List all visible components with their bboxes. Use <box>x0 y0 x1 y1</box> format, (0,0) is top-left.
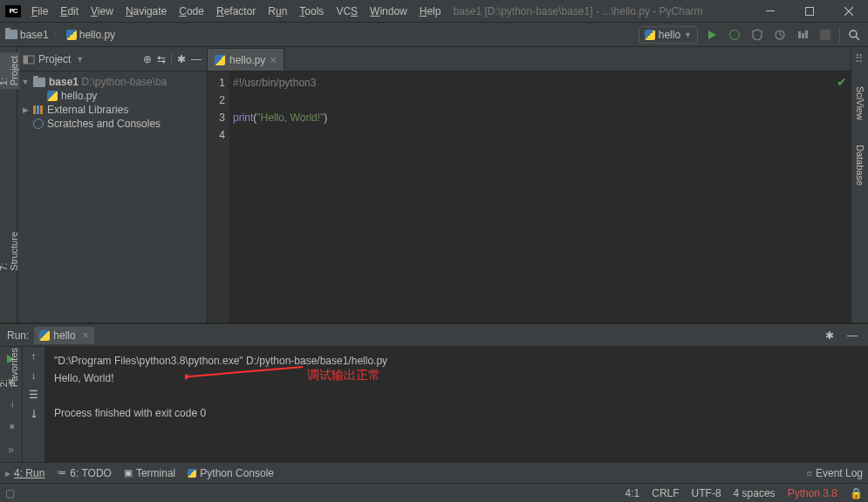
pin-button[interactable]: ✦ <box>0 415 24 439</box>
run-config-label: hello <box>659 29 680 41</box>
menu-tools[interactable]: Tools <box>294 3 329 19</box>
menu-help[interactable]: Help <box>414 3 447 19</box>
close-button[interactable] <box>829 0 868 23</box>
more-icon[interactable]: ⠿ <box>855 52 865 65</box>
python-icon <box>39 330 50 341</box>
bug-icon <box>729 30 740 40</box>
chevron-right-icon[interactable]: ▶ <box>21 105 30 114</box>
line-number: 1 <box>208 74 225 92</box>
svg-rect-6 <box>820 30 830 40</box>
menu-edit[interactable]: Edit <box>55 3 84 19</box>
status-bar-toggle[interactable]: ▢ <box>5 487 15 499</box>
scroll-to-end-button[interactable]: ⤓ <box>30 408 38 420</box>
coverage-button[interactable] <box>748 26 766 44</box>
menu-run[interactable]: Run <box>263 3 292 19</box>
tree-file-hello[interactable]: hello.py <box>17 89 207 103</box>
annotation-arrow <box>185 364 307 382</box>
maximize-button[interactable] <box>789 0 829 23</box>
console-output[interactable]: "D:\Program Files\python3.8\python.exe" … <box>45 347 868 462</box>
python-file-icon <box>47 91 58 101</box>
folder-icon <box>33 78 45 87</box>
scratches-icon <box>33 119 44 129</box>
svg-line-10 <box>189 367 303 376</box>
stop-button[interactable] <box>817 26 834 44</box>
expand-button[interactable]: » <box>3 441 20 458</box>
main-menu: File Edit View Navigate Code Refactor Ru… <box>26 3 446 19</box>
menu-window[interactable]: Window <box>365 3 413 19</box>
run-tab-hello[interactable]: hello × <box>34 327 93 344</box>
select-opened-file-button[interactable]: ⊕ <box>143 53 152 65</box>
run-secondary-toolbar: ↑ ↓ ☰ ⤓ <box>23 347 45 462</box>
chevron-down-icon[interactable]: ▼ <box>21 78 30 86</box>
soft-wrap-button[interactable]: ☰ <box>29 389 38 401</box>
tool-tab-database[interactable]: Database <box>855 141 865 189</box>
tool-window-terminal[interactable]: ▣ Terminal <box>124 467 175 479</box>
tool-window-todo[interactable]: ≔ 6: TODO <box>57 467 112 479</box>
run-button[interactable] <box>703 26 721 44</box>
menu-navigate[interactable]: Navigate <box>120 3 172 19</box>
settings-button[interactable]: ✱ <box>177 53 186 65</box>
close-tab-icon[interactable]: × <box>270 53 277 66</box>
python-icon <box>188 469 196 478</box>
svg-point-7 <box>850 31 857 37</box>
down-button[interactable]: ↓ <box>31 370 37 382</box>
menu-code[interactable]: Code <box>174 3 209 19</box>
tool-window-event-log[interactable]: ○ Event Log <box>806 467 863 479</box>
run-settings-button[interactable]: ✱ <box>821 327 838 344</box>
status-indent[interactable]: 4 spaces <box>734 487 776 499</box>
search-everywhere-button[interactable] <box>845 26 863 44</box>
code-editor[interactable]: 1 2 3 4 #!/usr/bin/python3 print("Hello,… <box>208 71 851 322</box>
status-line-separator[interactable]: CRLF <box>652 487 679 499</box>
hide-button[interactable]: — <box>191 53 202 65</box>
status-interpreter[interactable]: Python 3.8 <box>788 487 837 499</box>
console-command-line: "D:\Program Files\python3.8\python.exe" … <box>54 352 859 370</box>
menu-view[interactable]: View <box>85 3 119 19</box>
left-tool-gutter: 1: Project 7: Structure 2: Favorites <box>0 47 17 322</box>
tool-tab-favorites[interactable]: 2: Favorites <box>0 344 19 390</box>
up-button[interactable]: ↑ <box>31 350 37 363</box>
layout-toggle-button[interactable]: ⫞ <box>3 396 20 413</box>
bottom-tool-windows-bar: ▸4: Run ≔ 6: TODO ▣ Terminal Python Cons… <box>0 462 868 483</box>
expand-all-button[interactable]: ⇆ <box>157 53 166 65</box>
tool-tab-sciview[interactable]: SciView <box>855 83 865 124</box>
tool-tab-project[interactable]: 1: Project <box>0 52 19 89</box>
menu-vcs[interactable]: VCS <box>331 3 363 19</box>
code-content[interactable]: #!/usr/bin/python3 print("Hello, World!"… <box>229 71 851 322</box>
run-hide-button[interactable]: — <box>844 327 861 344</box>
play-icon <box>708 31 716 39</box>
project-pane-title: Project <box>38 53 71 65</box>
tool-windows-toggle[interactable]: ▸4: Run <box>5 467 44 479</box>
svg-rect-9 <box>24 56 28 64</box>
svg-rect-1 <box>805 7 813 15</box>
run-configuration-selector[interactable]: hello ▼ <box>639 26 698 44</box>
tool-tab-structure[interactable]: 7: Structure <box>0 228 19 275</box>
central-area: 1: Project 7: Structure 2: Favorites Pro… <box>0 47 868 322</box>
status-caret-position[interactable]: 4:1 <box>625 487 640 499</box>
close-tab-icon[interactable]: × <box>83 329 89 342</box>
menu-refactor[interactable]: Refactor <box>211 3 261 19</box>
tree-root[interactable]: ▼ base1 D:\python-base\ba <box>17 75 207 89</box>
breadcrumb-file[interactable]: hello.py <box>66 29 115 41</box>
tree-scratches[interactable]: Scratches and Consoles <box>17 117 207 131</box>
concurrency-button[interactable] <box>794 26 811 44</box>
lock-icon[interactable]: 🔒 <box>850 487 863 499</box>
chevron-down-icon[interactable]: ▼ <box>76 55 84 64</box>
tool-window-python-console[interactable]: Python Console <box>188 467 274 479</box>
python-file-icon <box>66 30 77 40</box>
project-tree: ▼ base1 D:\python-base\ba hello.py ▶ Ext… <box>17 71 207 134</box>
breadcrumb-project[interactable]: base1 <box>5 29 49 41</box>
window-title: base1 [D:\python-base\base1] - ...\hello… <box>453 5 750 17</box>
navigation-bar: base1 〉 hello.py hello ▼ <box>0 23 868 47</box>
status-bar: ▢ 4:1 CRLF UTF-8 4 spaces Python 3.8 🔒 <box>0 483 868 502</box>
menu-file[interactable]: File <box>26 3 53 19</box>
debug-button[interactable] <box>726 26 743 44</box>
tool-window-run[interactable]: 4: Run <box>14 467 44 479</box>
code-token-print: print <box>233 112 253 124</box>
profile-button[interactable] <box>771 26 789 44</box>
tree-external-libraries[interactable]: ▶ External Libraries <box>17 103 207 117</box>
run-tool-window: Run: hello × ✱ — ■ ⫞ ✦ » ↑ ↓ ☰ ⤓ "D:\Pro… <box>0 322 868 462</box>
svg-rect-0 <box>766 10 775 11</box>
editor-tab-hello[interactable]: hello.py × <box>208 48 284 71</box>
status-encoding[interactable]: UTF-8 <box>692 487 721 499</box>
minimize-button[interactable] <box>750 0 789 23</box>
